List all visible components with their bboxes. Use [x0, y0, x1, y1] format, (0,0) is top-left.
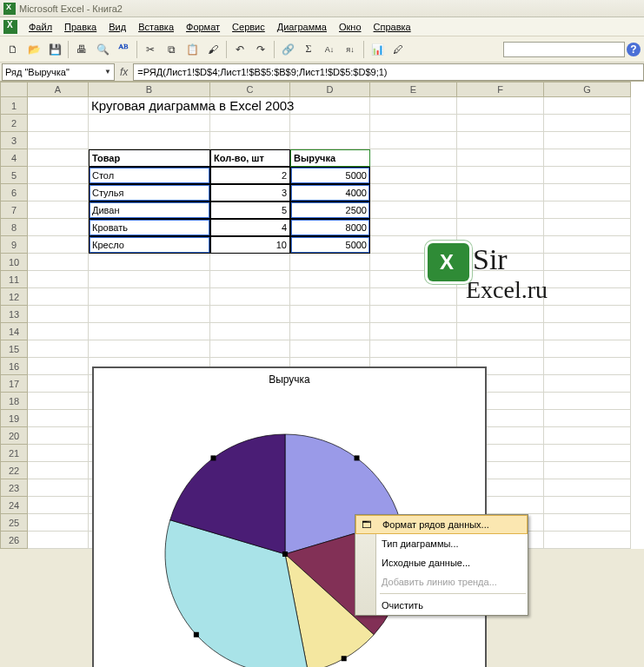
cell-F6[interactable]: [457, 184, 544, 201]
cell-F3[interactable]: [457, 132, 544, 149]
spellcheck-icon[interactable]: ᴬᴮ: [114, 40, 133, 59]
cell-B3[interactable]: [89, 132, 210, 149]
ctx-chart-type[interactable]: Тип диаграммы...: [355, 534, 528, 553]
cell-A18[interactable]: [28, 393, 89, 410]
col-header[interactable]: G: [544, 82, 631, 97]
cell-C9[interactable]: 10: [210, 236, 290, 254]
menu-edit[interactable]: Правка: [58, 20, 103, 34]
ctx-clear[interactable]: Очистить: [355, 596, 528, 615]
cell-G25[interactable]: [544, 514, 631, 532]
row-header[interactable]: 3: [0, 132, 28, 149]
cell-A7[interactable]: [28, 201, 89, 219]
menu-insert[interactable]: Вставка: [132, 20, 180, 34]
cell-G18[interactable]: [544, 393, 631, 410]
dropdown-icon[interactable]: ▼: [104, 68, 111, 76]
cell-E9[interactable]: [370, 236, 457, 254]
preview-icon[interactable]: 🔍: [93, 40, 112, 59]
selection-handle[interactable]: [342, 656, 347, 661]
col-header[interactable]: A: [28, 82, 89, 97]
sum-icon[interactable]: Σ: [299, 40, 318, 59]
cell-E2[interactable]: [370, 115, 457, 132]
cell-B12[interactable]: [89, 288, 210, 306]
cell-C2[interactable]: [210, 115, 290, 132]
cell-G8[interactable]: [544, 219, 631, 236]
cell-F7[interactable]: [457, 201, 544, 219]
col-header[interactable]: E: [370, 82, 457, 97]
menu-format[interactable]: Формат: [180, 20, 226, 34]
cell-G21[interactable]: [544, 445, 631, 462]
cell-E14[interactable]: [370, 323, 457, 340]
cell-G13[interactable]: [544, 306, 631, 323]
cell-D13[interactable]: [290, 306, 370, 323]
cut-icon[interactable]: ✂: [141, 40, 160, 59]
cell-D7[interactable]: 2500: [290, 201, 370, 219]
row-header[interactable]: 15: [0, 340, 28, 358]
row-header[interactable]: 22: [0, 462, 28, 479]
undo-icon[interactable]: ↶: [230, 40, 249, 59]
cell-A6[interactable]: [28, 184, 89, 201]
chart-wizard-icon[interactable]: 📊: [368, 40, 387, 59]
cell-E10[interactable]: [370, 254, 457, 271]
cell-E1[interactable]: [370, 97, 457, 115]
worksheet-grid[interactable]: A B C D E F G 1Круговая диаграмма в Exce…: [0, 82, 644, 549]
selection-handle[interactable]: [210, 455, 216, 460]
cell-E13[interactable]: [370, 306, 457, 323]
cell-G15[interactable]: [544, 340, 631, 358]
cell-G9[interactable]: [544, 236, 631, 254]
row-header[interactable]: 1: [0, 97, 28, 115]
cell-C7[interactable]: 5: [210, 201, 290, 219]
name-box[interactable]: Ряд "Выручка" ▼: [2, 63, 115, 81]
redo-icon[interactable]: ↷: [251, 40, 270, 59]
cell-D10[interactable]: [290, 254, 370, 271]
cell-E4[interactable]: [370, 149, 457, 167]
cell-A9[interactable]: [28, 236, 89, 254]
cell-G24[interactable]: [544, 497, 631, 514]
cell-B9[interactable]: Кресло: [89, 236, 210, 254]
cell-G10[interactable]: [544, 254, 631, 271]
row-header[interactable]: 16: [0, 358, 28, 375]
cell-D2[interactable]: [290, 115, 370, 132]
cell-A25[interactable]: [28, 514, 89, 532]
cell-A21[interactable]: [28, 445, 89, 462]
row-header[interactable]: 10: [0, 254, 28, 271]
cell-D8[interactable]: 8000: [290, 219, 370, 236]
cell-C12[interactable]: [210, 288, 290, 306]
cell-B2[interactable]: [89, 115, 210, 132]
cell-E11[interactable]: [370, 271, 457, 288]
cell-B7[interactable]: Диван: [89, 201, 210, 219]
cell-D5[interactable]: 5000: [290, 167, 370, 184]
cell-C10[interactable]: [210, 254, 290, 271]
cell-A16[interactable]: [28, 358, 89, 375]
row-header[interactable]: 25: [0, 514, 28, 532]
cell-A22[interactable]: [28, 462, 89, 479]
cell-A13[interactable]: [28, 306, 89, 323]
cell-F2[interactable]: [457, 115, 544, 132]
cell-G5[interactable]: [544, 167, 631, 184]
menu-view[interactable]: Вид: [103, 20, 132, 34]
format-painter-icon[interactable]: 🖌: [203, 40, 222, 59]
cell-E5[interactable]: [370, 167, 457, 184]
cell-A26[interactable]: [28, 532, 89, 549]
cell-B11[interactable]: [89, 271, 210, 288]
cell-E12[interactable]: [370, 288, 457, 306]
cell-F9[interactable]: [457, 236, 544, 254]
sort-desc-icon[interactable]: я↓: [341, 40, 360, 59]
select-all-corner[interactable]: [0, 82, 28, 97]
cell-G6[interactable]: [544, 184, 631, 201]
formula-input[interactable]: =РЯД(Лист1!$D$4;Лист1!$B$5:$B$9;Лист1!$D…: [133, 63, 644, 81]
cell-A15[interactable]: [28, 340, 89, 358]
sort-asc-icon[interactable]: A↓: [320, 40, 339, 59]
row-header[interactable]: 21: [0, 445, 28, 462]
cell-A11[interactable]: [28, 271, 89, 288]
cell-C14[interactable]: [210, 323, 290, 340]
new-icon[interactable]: 🗋: [3, 40, 23, 59]
cell-F15[interactable]: [457, 340, 544, 358]
cell-C5[interactable]: 2: [210, 167, 290, 184]
row-header[interactable]: 2: [0, 115, 28, 132]
cell-G20[interactable]: [544, 427, 631, 445]
row-header[interactable]: 13: [0, 306, 28, 323]
cell-D1[interactable]: [290, 97, 370, 115]
ctx-source-data[interactable]: Исходные данные...: [355, 553, 528, 572]
cell-A8[interactable]: [28, 219, 89, 236]
cell-G2[interactable]: [544, 115, 631, 132]
